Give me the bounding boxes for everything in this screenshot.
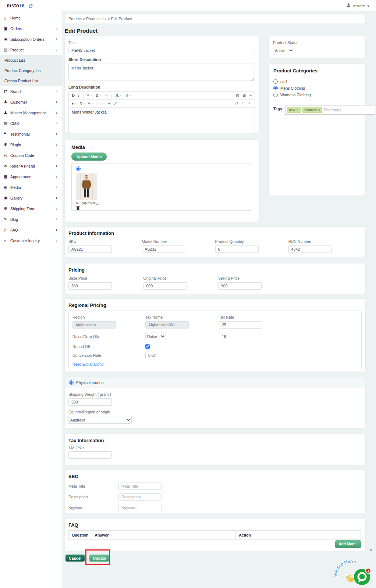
sidebar-item-media[interactable]: ◉ Media ›	[0, 182, 62, 193]
chat-close-icon[interactable]: ×	[369, 547, 372, 552]
caret-icon[interactable]: ∨	[100, 94, 102, 97]
category-radio[interactable]	[273, 86, 278, 90]
insert-image-icon[interactable]: ▨	[236, 93, 239, 97]
update-button[interactable]: Update	[89, 555, 109, 562]
topbar: mstore mstore	[0, 0, 376, 11]
refer-a-friend-icon: ✉	[4, 164, 10, 168]
unordered-list-icon[interactable]: ≡	[87, 93, 89, 97]
need-explanation-link[interactable]: Need Explanation?	[72, 362, 104, 366]
model-number-input[interactable]	[142, 245, 185, 253]
caret-icon[interactable]: ∨	[120, 94, 122, 97]
category-radio[interactable]	[273, 79, 278, 84]
chat-launcher-button[interactable]: 1	[354, 569, 370, 585]
remove-tag-icon[interactable]: ×	[318, 108, 320, 112]
selling-price-input[interactable]	[218, 282, 262, 290]
seo-description-input[interactable]	[118, 493, 162, 501]
category-option-womens-clothing[interactable]: Womens Clothing	[273, 93, 361, 97]
user-menu[interactable]: mstore	[346, 3, 369, 9]
sidebar-item-customer[interactable]: ♟ Customer ›	[0, 97, 62, 107]
sidebar-item-cms[interactable]: ▤ CMS ›	[0, 118, 62, 129]
meta-title-input[interactable]	[118, 483, 162, 490]
raise-drop-input[interactable]	[219, 333, 262, 340]
sidebar-item-blog[interactable]: ✎ Blog ›	[0, 214, 62, 225]
paragraph-icon[interactable]: ¶	[80, 101, 82, 105]
tax-name-input	[145, 321, 189, 329]
insert-table-icon[interactable]: ⊞	[242, 93, 245, 97]
origin-select[interactable]: Australia	[68, 416, 132, 424]
font-size-icon[interactable]: Tl	[125, 93, 128, 97]
fullscreen-icon[interactable]: ⤢	[114, 101, 117, 106]
sku-input[interactable]	[68, 245, 112, 253]
redo-icon[interactable]: ↻	[242, 101, 245, 105]
base-price-input[interactable]	[68, 282, 112, 290]
insert-link-icon[interactable]: ∞	[249, 93, 252, 97]
media-filename: 51FtyqZmVzL._..	[76, 201, 247, 205]
sidebar-item-subscription-orders[interactable]: ▣ Subscription Orders ›	[0, 34, 62, 44]
tax-rate-input[interactable]	[219, 321, 262, 329]
undo-icon[interactable]: ↺	[235, 101, 238, 105]
delete-media-icon[interactable]	[76, 206, 80, 210]
caret-icon[interactable]: ∨	[83, 102, 85, 105]
more-icon[interactable]: ⋮	[248, 101, 252, 105]
horizontal-rule-icon[interactable]: —	[101, 101, 105, 105]
sidebar-item-combo-product-list[interactable]: Combo Product List	[0, 76, 62, 86]
sidebar-item-faq[interactable]: ? FAQ ›	[0, 225, 62, 235]
product-quantity-input[interactable]	[215, 245, 259, 253]
add-more-button[interactable]: Add More..	[335, 540, 361, 548]
cancel-button[interactable]: Cancel	[65, 555, 85, 562]
original-price-input[interactable]	[143, 282, 187, 290]
sidebar-item-brand[interactable]: ⇄ Brand ›	[0, 86, 62, 97]
text-color-icon[interactable]: ♦	[72, 101, 74, 105]
eraser-icon[interactable]: ▱	[105, 93, 108, 97]
sidebar-item-shipping-zone[interactable]: ⚙ Shipping Zone ›	[0, 203, 62, 214]
physical-product-radio[interactable]	[69, 380, 74, 385]
short-description-textarea[interactable]: Mens Jacket.	[68, 64, 255, 80]
long-description-editor-body[interactable]: Mens WInter Jacket.	[69, 108, 255, 134]
sidebar-item-master-management[interactable]: ♟ Master Management ›	[0, 107, 62, 118]
tags-input-box[interactable]: new × featured ×	[285, 105, 375, 115]
faq-table: Question Answer Action	[68, 530, 361, 540]
format-icon[interactable]: Ŧ	[108, 101, 110, 105]
sidebar-item-product-category-list[interactable]: Product Category List	[0, 65, 62, 76]
upload-media-button[interactable]: Upload Media	[71, 153, 107, 161]
sidebar-item-home[interactable]: ⌂ Home	[0, 12, 62, 23]
align-icon[interactable]: ≡	[88, 101, 91, 105]
caret-icon[interactable]: ∨	[91, 94, 92, 97]
sidebar-item-customer-inquiry[interactable]: ∩ Customer Inquiry ›	[0, 235, 62, 246]
physical-product-row[interactable]: Physical product	[65, 377, 365, 388]
product-status-select[interactable]: Active	[273, 47, 294, 54]
category-radio[interactable]	[273, 93, 278, 97]
sidebar-item-product-list[interactable]: Product List	[0, 55, 62, 65]
sidebar-item-plugin[interactable]: ✱ Plugin ›	[0, 139, 62, 150]
sidebar-item-product[interactable]: ▤ Product ›	[0, 44, 62, 55]
sidebar-item-coupon-code[interactable]: % Coupon Code ›	[0, 150, 62, 161]
shipping-weight-input[interactable]	[68, 398, 112, 406]
title-input[interactable]	[68, 47, 255, 54]
media-select-radio[interactable]	[76, 166, 81, 171]
category-option-cat1[interactable]: cat1	[273, 79, 361, 84]
sidebar-item-refer-a-friend[interactable]: ✉ Refer A Friend ›	[0, 161, 62, 171]
conversion-rate-input[interactable]	[145, 352, 190, 359]
raise-drop-select[interactable]: Raise	[145, 333, 166, 340]
caret-icon[interactable]: ∨	[129, 94, 131, 97]
caret-icon[interactable]: ∨	[75, 102, 77, 105]
caret-icon[interactable]: ∨	[92, 102, 93, 105]
tags-input[interactable]	[324, 108, 373, 112]
brand-logo[interactable]: mstore	[7, 3, 24, 8]
sidebar-item-testimonial[interactable]: ❝ Testimonial ›	[0, 129, 62, 139]
hsn-number-input[interactable]	[288, 245, 332, 253]
keyword-input[interactable]	[118, 504, 162, 511]
remove-tag-icon[interactable]: ×	[297, 108, 298, 112]
tax-percent-input[interactable]	[68, 451, 112, 459]
sidebar-item-appearance[interactable]: ▦ Appearance ›	[0, 171, 62, 182]
category-option-mens-clothing[interactable]: Mens Clothing	[273, 86, 361, 90]
editor-toolbar-row1: B I | ≡∨ ≣∨ ▱ | A∨ Tl∨ ▨ ⊞ ∞	[69, 92, 255, 100]
sidebar-item-orders[interactable]: ▣ Orders ›	[0, 23, 62, 34]
italic-icon[interactable]: I	[78, 93, 79, 98]
sidebar-item-gallery[interactable]: ▣ Gallery ›	[0, 193, 62, 203]
round-off-checkbox[interactable]	[145, 344, 150, 349]
ordered-list-icon[interactable]: ≣	[96, 93, 99, 97]
external-link-icon[interactable]	[29, 3, 33, 10]
font-color-icon[interactable]: A	[116, 93, 119, 98]
bold-icon[interactable]: B	[72, 93, 75, 98]
